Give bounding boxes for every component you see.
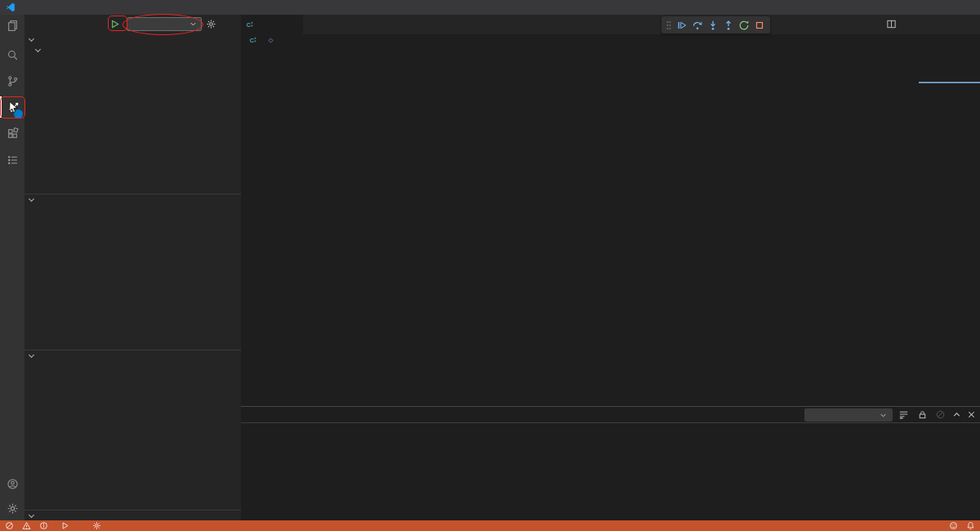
maximize-button[interactable] (931, 0, 956, 15)
lock-output-icon[interactable] (917, 409, 928, 420)
editor-region: C (241, 15, 980, 406)
debug-settings-gear-icon[interactable] (206, 19, 216, 29)
debug-config-status[interactable] (60, 520, 73, 531)
output-content[interactable] (241, 425, 980, 521)
account-icon[interactable] (0, 473, 24, 494)
sidebar-run-and-debug (24, 15, 241, 520)
vscode-logo-icon (6, 2, 16, 12)
cpp-file-icon: C (246, 20, 254, 29)
vms-ide-view-icon[interactable] (0, 149, 24, 170)
problems-status[interactable] (5, 520, 51, 531)
settings-gear-icon[interactable] (0, 498, 24, 519)
toolbar-drag-handle[interactable] (664, 17, 674, 33)
close-window-button[interactable] (956, 0, 980, 15)
debug-toolbar (662, 16, 770, 33)
tab-main-cpp[interactable]: C (241, 15, 303, 34)
editor-tab-bar: C (241, 15, 980, 34)
info-icon (39, 521, 48, 530)
output-channel-dropdown[interactable] (804, 408, 893, 422)
svg-text:C: C (250, 38, 254, 44)
variables-section-header[interactable] (24, 34, 241, 45)
extensions-icon[interactable] (0, 123, 24, 144)
symbol-method-icon (267, 37, 274, 44)
run-and-debug-icon[interactable] (0, 96, 24, 118)
chevron-down-icon (189, 20, 198, 29)
notifications-bell-icon[interactable] (966, 520, 975, 531)
title-bar (0, 0, 980, 15)
search-icon[interactable] (0, 44, 24, 65)
minimap[interactable] (919, 36, 968, 111)
open-output-view-icon[interactable] (898, 409, 909, 420)
watch-section-header[interactable] (24, 194, 241, 204)
debug-run-icon (60, 521, 69, 530)
minimize-button[interactable] (906, 0, 931, 15)
step-into-button[interactable] (705, 17, 720, 33)
warning-icon (22, 521, 31, 530)
error-icon (5, 521, 14, 530)
connection-gear-icon (92, 521, 101, 530)
status-bar (0, 520, 980, 531)
cpp-file-icon: C (249, 36, 257, 44)
editor-scrollbar[interactable] (968, 15, 980, 406)
svg-text:C: C (247, 22, 251, 29)
source-control-icon[interactable] (0, 70, 24, 91)
breakpoints-section-header[interactable] (24, 510, 241, 520)
debug-start-button[interactable] (109, 19, 120, 29)
split-editor-icon[interactable] (886, 19, 897, 29)
bottom-panel (241, 406, 980, 520)
step-out-button[interactable] (720, 17, 736, 33)
explorer-icon[interactable] (0, 15, 24, 36)
stop-button[interactable] (751, 17, 767, 33)
connection-status[interactable] (92, 520, 105, 531)
step-over-button[interactable] (689, 17, 705, 33)
feedback-smiley-icon[interactable] (949, 520, 958, 531)
call-stack-section-header[interactable] (24, 350, 241, 360)
variables-scope-local[interactable] (24, 45, 241, 56)
activity-bar (0, 15, 24, 520)
debug-badge (14, 109, 23, 118)
chevron-down-icon (879, 411, 888, 420)
restart-button[interactable] (736, 17, 751, 33)
continue-button[interactable] (674, 17, 689, 33)
clear-output-icon[interactable] (935, 409, 946, 420)
close-panel-icon[interactable] (966, 409, 977, 420)
breadcrumb[interactable]: C (241, 34, 980, 46)
maximize-panel-chevron-icon[interactable] (951, 409, 962, 420)
debug-config-dropdown[interactable] (127, 17, 202, 31)
